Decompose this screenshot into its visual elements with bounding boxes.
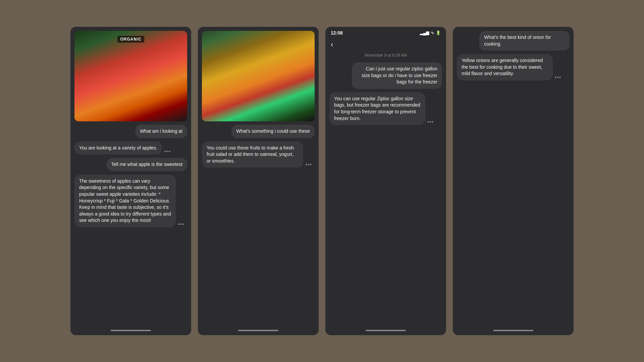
more-options-button[interactable]: ••• [427,119,434,125]
msg-row: What's the best kind of onion for cookin… [457,31,570,51]
phone-4-content: What's the best kind of onion for cookin… [453,27,574,327]
ai-message: You could use these fruits to make a fre… [202,141,303,168]
phones-container: What am i looking at You are looking at … [0,0,644,362]
phone-1: What am i looking at You are looking at … [70,27,191,335]
home-indicator [366,330,406,331]
status-icons: ▂▄▆ ∿ 🔋 [420,31,441,35]
more-options-button[interactable]: ••• [555,74,561,80]
user-message: Tell me what apple is the sweetest [107,158,187,171]
phone-2: What's something i could use these You c… [198,27,319,335]
more-options-button[interactable]: ••• [178,221,184,227]
back-button[interactable]: ‹ [325,38,446,52]
status-bar: 12:08 ▂▄▆ ∿ 🔋 [325,27,446,38]
wifi-icon: ∿ [431,31,434,35]
battery-icon: 🔋 [436,31,441,35]
msg-row: Yellow onions are generally considered t… [457,54,570,80]
phone-2-content: What's something i could use these You c… [198,27,319,327]
ai-message: You are looking at a variety of apples. [74,141,162,155]
msg-row: You are looking at a variety of apples. … [74,141,187,155]
msg-row: What am i looking at [74,125,187,138]
ai-message: The sweetness of apples can vary dependi… [74,175,176,227]
phone-4-scroll: What's the best kind of onion for cookin… [457,31,570,320]
phone-3-scroll: November 9 at 9:28 AM Can i just use reg… [329,52,442,320]
message-timestamp: November 9 at 9:28 AM [329,52,442,59]
msg-row: Can i just use regular ziploc gallon siz… [329,62,442,89]
msg-row: You could use these fruits to make a fre… [202,141,315,168]
home-indicator [238,330,278,331]
msg-row: Tell me what apple is the sweetest [74,158,187,171]
grocery-image [202,31,315,121]
msg-row: The sweetness of apples can vary dependi… [74,175,187,227]
user-message: What's the best kind of onion for cookin… [479,31,570,51]
home-indicator [493,330,533,331]
more-options-button[interactable]: ••• [164,148,171,155]
user-message: Can i just use regular ziploc gallon siz… [352,62,442,89]
home-indicator [111,330,151,331]
msg-row: You can use regular Ziploc gallon size b… [329,92,442,125]
phone-3: 12:08 ▂▄▆ ∿ 🔋 ‹ November 9 at 9:28 AM Ca… [325,27,446,335]
user-message: What's something i could use these [231,125,315,138]
user-message: What am i looking at [135,125,187,138]
phone-1-content: What am i looking at You are looking at … [70,27,191,327]
phone-1-scroll: What am i looking at You are looking at … [74,31,187,320]
more-options-button[interactable]: ••• [305,162,312,168]
phone-4: What's the best kind of onion for cookin… [453,27,574,335]
signal-icon: ▂▄▆ [420,31,429,35]
phone-2-scroll: What's something i could use these You c… [202,31,315,320]
msg-row: What's something i could use these [202,125,315,138]
apple-store-image [74,31,187,121]
ai-message: Yellow onions are generally considered t… [457,54,553,80]
phone-3-content: November 9 at 9:28 AM Can i just use reg… [325,52,446,327]
ai-message: You can use regular Ziploc gallon size b… [329,92,425,125]
status-time: 12:08 [331,30,343,36]
